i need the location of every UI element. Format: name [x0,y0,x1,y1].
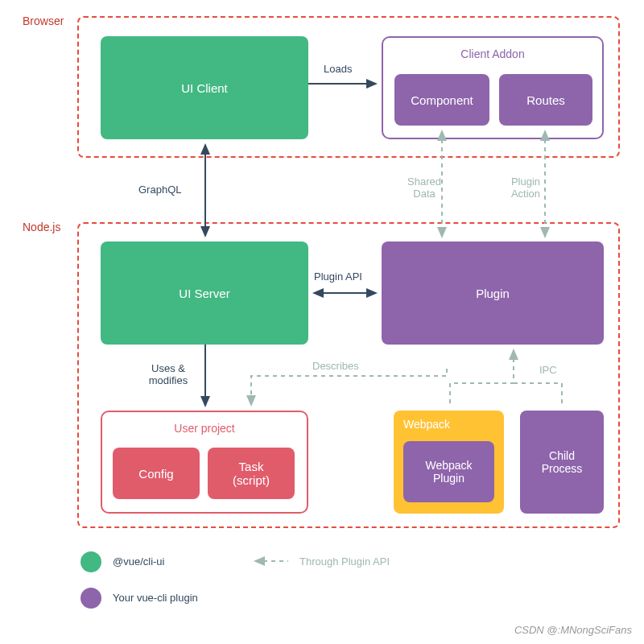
legend-purple-circle [80,588,101,609]
browser-label: Browser [23,14,64,27]
ui-client-label: UI Client [181,81,228,95]
config-label: Config [138,467,173,481]
child-process-label: Child Process [542,449,583,475]
task-node: Task (script) [208,448,295,499]
watermark: CSDN @:MNongSciFans [514,624,632,636]
action-label: Plugin Action [502,175,550,200]
graphql-label: GraphQL [138,184,181,196]
legend-green-text: @vue/cli-ui [113,555,165,568]
legend-dashed-text: Through Plugin API [299,555,390,568]
component-node: Component [394,74,489,126]
plugin-label: Plugin [476,287,510,300]
client-addon-label: Client Addon [383,47,602,60]
ui-client-node: UI Client [101,36,308,139]
child-process-node: Child Process [520,411,604,514]
uses-label: Uses & modifies [140,362,196,386]
ipc-label: IPC [539,364,557,376]
webpack-plugin-node: Webpack Plugin [403,441,494,502]
component-label: Component [411,93,473,107]
legend-purple-text: Your vue-cli plugin [113,592,198,604]
shared-label: Shared Data [400,175,448,200]
routes-label: Routes [526,93,565,107]
webpack-label: Webpack [403,418,450,431]
user-project-label: User project [102,422,307,435]
legend-green-circle [80,551,101,572]
ui-server-node: UI Server [101,242,308,345]
config-node: Config [113,448,200,499]
ui-server-label: UI Server [179,287,229,300]
task-label: Task (script) [233,460,270,487]
pluginapi-label: Plugin API [314,270,362,283]
legend-dashed-arrow [250,555,290,567]
diagram-root: Browser Node.js UI Client Client Addon C… [0,0,644,644]
plugin-node: Plugin [382,242,604,345]
routes-node: Routes [499,74,592,126]
loads-label: Loads [324,63,352,75]
nodejs-label: Node.js [23,221,60,233]
describes-label: Describes [312,360,359,372]
webpack-plugin-label: Webpack Plugin [425,459,472,485]
